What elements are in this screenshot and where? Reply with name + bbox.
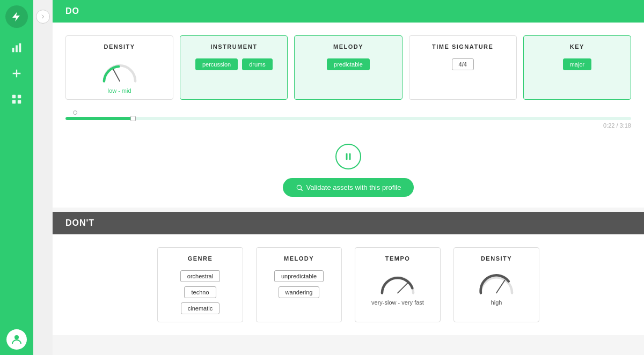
svg-rect-0 [12,48,14,52]
user-avatar[interactable] [6,329,27,350]
tempo-dont-card: TEMPO very-slow - very fast [355,247,441,322]
dont-cards-area: GENRE orchestral techno cinematic MELODY… [53,234,644,335]
4-4-tag[interactable]: 4/4 [452,58,474,70]
tempo-card-title: TEMPO [385,255,411,262]
melody-dont-card: MELODY unpredictable wandering [256,247,342,322]
svg-rect-9 [346,153,348,160]
tempo-gauge: very-slow - very fast [371,271,424,306]
svg-rect-6 [18,100,21,103]
main-content: DO DENSITY low - mid INSTRUMENT p [53,0,644,355]
svg-line-13 [398,282,408,293]
density-gauge: low - mid [98,60,141,94]
dont-section: DON'T GENRE orchestral techno cinematic … [53,212,644,335]
svg-line-8 [113,70,120,82]
percussion-tag[interactable]: percussion [195,58,238,70]
progress-time: 0:22 / 3:18 [65,122,631,129]
do-section: DO DENSITY low - mid INSTRUMENT p [53,0,644,208]
bar-chart-icon[interactable] [6,38,27,58]
validate-btn-label: Validate assets with this profile [306,183,401,191]
svg-line-12 [301,189,302,190]
dont-section-header: DON'T [53,212,644,234]
density-dont-card: DENSITY high [453,247,539,322]
progress-handle[interactable] [130,116,136,121]
svg-rect-4 [18,95,21,98]
player-controls: Validate assets with this profile [53,139,644,208]
time-signature-card: TIME SIGNATURE 4/4 [409,35,517,100]
svg-rect-10 [349,153,351,160]
tempo-gauge-svg [376,273,419,295]
time-sig-tags: 4/4 [451,57,475,71]
progress-area: 0:22 / 3:18 [53,106,644,139]
genre-dont-card: GENRE orchestral techno cinematic [157,247,243,322]
validate-button[interactable]: Validate assets with this profile [283,178,414,197]
tempo-gauge-label: very-slow - very fast [371,299,424,306]
genre-card-title: GENRE [188,255,213,262]
sidebar [0,0,33,355]
techno-tag[interactable]: techno [184,286,216,298]
unpredictable-tag[interactable]: unpredictable [274,270,324,282]
melody-card: MELODY predictable [294,35,402,100]
key-card: KEY major [523,35,631,100]
key-tags: major [562,57,593,71]
grid-icon[interactable] [6,89,27,109]
density-card: DENSITY low - mid [65,35,173,100]
instrument-card: INSTRUMENT percussion drums [180,35,288,100]
svg-rect-5 [12,100,16,103]
progress-track-container [65,117,631,120]
melody-card-title: MELODY [333,43,363,50]
genre-tags: orchestral techno cinematic [165,269,235,315]
melody-dont-tags: unpredictable wandering [273,269,325,299]
density-dont-gauge-label: high [491,299,502,306]
svg-rect-3 [12,95,16,98]
cinematic-tag[interactable]: cinematic [181,302,219,314]
drums-tag[interactable]: drums [242,58,273,70]
predictable-tag[interactable]: predictable [327,58,370,70]
progress-dot [73,110,77,115]
do-section-header: DO [53,0,644,23]
nav-arrow-area [33,0,53,355]
density-dont-gauge: high [475,271,518,306]
instrument-tags: percussion drums [194,57,274,71]
key-card-title: KEY [570,43,584,50]
density-dont-card-title: DENSITY [481,255,512,262]
progress-track[interactable] [65,117,631,120]
svg-rect-2 [19,43,21,53]
svg-point-7 [14,335,19,339]
svg-rect-1 [16,45,18,52]
logo[interactable] [5,5,28,28]
expand-nav-button[interactable] [36,10,50,24]
plus-icon[interactable] [6,63,27,84]
density-gauge-label: low - mid [108,87,131,94]
progress-fill [65,117,133,120]
melody-tags: predictable [326,57,371,71]
instrument-card-title: INSTRUMENT [210,43,257,50]
time-signature-card-title: TIME SIGNATURE [432,43,493,50]
wandering-tag[interactable]: wandering [279,286,320,298]
svg-line-14 [496,280,504,293]
density-dont-gauge-svg [475,273,518,295]
major-tag[interactable]: major [563,58,592,70]
do-cards-area: DENSITY low - mid INSTRUMENT percussion … [53,23,644,106]
density-gauge-svg [98,62,141,83]
pause-button[interactable] [335,144,361,169]
orchestral-tag[interactable]: orchestral [180,270,220,282]
melody-dont-card-title: MELODY [284,255,314,262]
density-card-title: DENSITY [104,43,135,50]
